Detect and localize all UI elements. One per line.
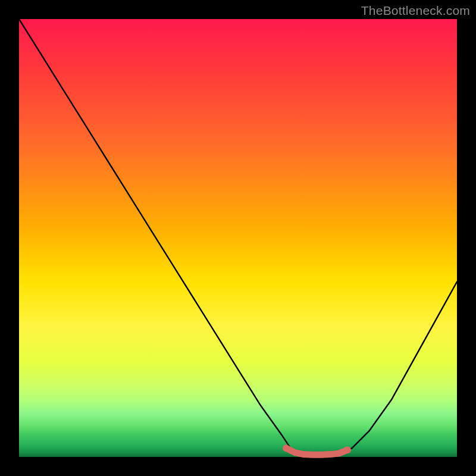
watermark: TheBottleneck.com (361, 4, 470, 18)
chart-frame: TheBottleneck.com (0, 0, 476, 476)
svg-point-0 (283, 444, 290, 452)
chart-plot-area (19, 19, 457, 457)
bottleneck-curve (19, 19, 457, 456)
chart-svg (19, 19, 457, 457)
highlight-band (283, 444, 351, 455)
svg-point-1 (344, 446, 351, 453)
